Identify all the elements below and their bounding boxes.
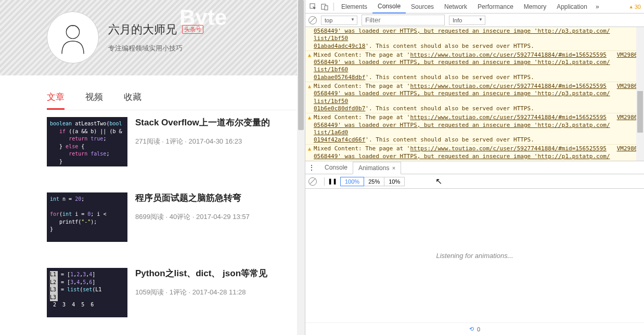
article-info: Python之list、dict、 json等常见 1059阅读 · 1评论 ·… <box>135 268 302 317</box>
message-body: Mixed Content: The page at 'https://www.… <box>314 83 613 112</box>
console-message: ▲Mixed Content: The page at 'https://www… <box>305 82 644 113</box>
profile: 六月的大师兄 头条号 专注编程领域实用小技巧 <box>47 11 203 63</box>
console-message: ▲Mixed Content: The page at 'https://www… <box>305 51 644 82</box>
avatar-icon <box>55 19 91 56</box>
content-page: Byte 六月的大师兄 头条号 专注编程领域实用小技巧 文章 视频 收藏 boo… <box>0 0 305 335</box>
message-body: Mixed Content: The page at 'https://www.… <box>314 51 613 81</box>
tab-elements[interactable]: Elements <box>336 1 372 13</box>
tab-network[interactable]: Network <box>439 1 472 13</box>
devtools: Elements Console Sources Network Perform… <box>305 0 644 335</box>
divider <box>324 177 325 186</box>
animations-footer: ⟲ 0 <box>305 323 644 335</box>
speed-100[interactable]: 100% <box>340 177 364 186</box>
pause-icon[interactable]: ❚❚ <box>328 177 337 186</box>
article-thumb: boolean atLeastTwo(bool if ((a && b) || … <box>47 117 127 166</box>
page-scrollbar[interactable] <box>297 0 305 335</box>
content-tabs: 文章 视频 收藏 <box>47 86 297 110</box>
article-meta: 1059阅读 · 1评论 · 2017-04-28 11:28 <box>135 288 302 297</box>
console-message: 0568449' was loaded over HTTPS, but requ… <box>305 27 644 51</box>
article-title[interactable]: Python之list、dict、 json等常见 <box>135 268 302 279</box>
cursor-icon: ↖ <box>435 176 442 186</box>
tab-console[interactable]: Console <box>372 0 406 14</box>
article-info: Stack Overflow上一道布尔变量的 271阅读 · 1评论 · 201… <box>135 117 302 166</box>
scrollbar-thumb[interactable] <box>298 0 304 130</box>
drawer-tab-animations[interactable]: Animations × <box>353 162 401 174</box>
speed-25[interactable]: 25% <box>364 177 384 186</box>
article-thumb: int n = 20; for(int i = 0; i < printf("-… <box>47 192 127 242</box>
profile-name: 六月的大师兄 <box>108 22 177 37</box>
clear-console-icon[interactable] <box>308 16 317 24</box>
console-body: 0568449' was loaded over HTTPS, but requ… <box>305 27 644 161</box>
divider <box>333 3 334 11</box>
scrollbar-thumb[interactable] <box>637 91 643 133</box>
tab-application[interactable]: Application <box>551 1 593 13</box>
animation-count: 0 <box>477 326 480 332</box>
warning-icon: ▲ <box>305 83 314 112</box>
warning-icon: ▲ <box>305 114 314 144</box>
article-meta: 271阅读 · 1评论 · 2017-04-30 16:23 <box>135 137 302 146</box>
profile-badge: 头条号 <box>182 25 203 34</box>
inspect-icon[interactable] <box>308 2 318 11</box>
article-info: 程序员面试题之脑筋急转弯 8699阅读 · 40评论 · 2017-04-29 … <box>135 192 302 242</box>
console-message: ▲Mixed Content: The page at 'https://www… <box>305 113 644 145</box>
drawer-menu-icon[interactable]: ⋮ <box>308 164 315 171</box>
context-select[interactable]: top <box>321 16 357 25</box>
listening-text: Listening for animations... <box>436 252 513 260</box>
svg-rect-3 <box>325 6 328 10</box>
animations-body: Listening for animations... <box>305 189 644 323</box>
tab-memory[interactable]: Memory <box>519 1 551 13</box>
devtools-tabbar: Elements Console Sources Network Perform… <box>305 0 644 14</box>
replay-icon[interactable]: ⟲ <box>469 326 474 332</box>
warning-icon: ▲ <box>305 51 314 81</box>
article-list: boolean atLeastTwo(bool if ((a && b) || … <box>47 117 302 335</box>
article-title[interactable]: Stack Overflow上一道布尔变量的 <box>135 117 302 128</box>
tab-favorites[interactable]: 收藏 <box>124 86 141 110</box>
article-meta: 8699阅读 · 40评论 · 2017-04-29 13:57 <box>135 212 302 222</box>
message-body: Mixed Content: The page at 'https://www.… <box>314 145 613 161</box>
drawer-tab-console[interactable]: Console <box>319 162 353 173</box>
drawer-tabs: ⋮ Console Animations × <box>305 161 644 174</box>
profile-desc: 专注编程领域实用小技巧 <box>108 44 203 53</box>
console-scrollbar[interactable] <box>636 27 644 161</box>
close-icon[interactable]: × <box>392 165 395 171</box>
tab-sources[interactable]: Sources <box>406 1 439 13</box>
profile-info: 六月的大师兄 头条号 专注编程领域实用小技巧 <box>108 22 203 53</box>
warning-count[interactable]: 30 <box>629 4 641 10</box>
tab-articles[interactable]: 文章 <box>47 86 65 110</box>
article-title[interactable]: 程序员面试题之脑筋急转弯 <box>135 192 302 204</box>
console-toolbar: top Info <box>305 14 644 27</box>
speed-10[interactable]: 10% <box>384 177 405 186</box>
warning-icon: ▲ <box>305 145 314 161</box>
tab-performance[interactable]: Performance <box>472 1 519 13</box>
article-item[interactable]: L1 = [1,2,3,4] L2 = [3,4,5,6] L3 = list(… <box>47 268 302 317</box>
animations-toolbar: ❚❚ 100% 25% 10% ↖ <box>305 174 644 189</box>
drawer-tab-label: Animations <box>358 164 389 172</box>
tabs-overflow[interactable]: » <box>596 3 599 10</box>
message-body: Mixed Content: The page at 'https://www.… <box>314 114 613 144</box>
article-thumb: L1 = [1,2,3,4] L2 = [3,4,5,6] L3 = list(… <box>47 268 127 317</box>
avatar[interactable] <box>47 11 99 63</box>
device-icon[interactable] <box>320 2 329 11</box>
clear-animations-icon[interactable] <box>308 177 317 186</box>
article-item[interactable]: int n = 20; for(int i = 0; i < printf("-… <box>47 192 302 242</box>
article-item[interactable]: boolean atLeastTwo(bool if ((a && b) || … <box>47 117 302 166</box>
filter-input[interactable] <box>362 15 445 25</box>
level-select[interactable]: Info <box>449 16 485 25</box>
tab-videos[interactable]: 视频 <box>85 86 103 110</box>
console-message: ▲Mixed Content: The page at 'https://www… <box>305 145 644 161</box>
